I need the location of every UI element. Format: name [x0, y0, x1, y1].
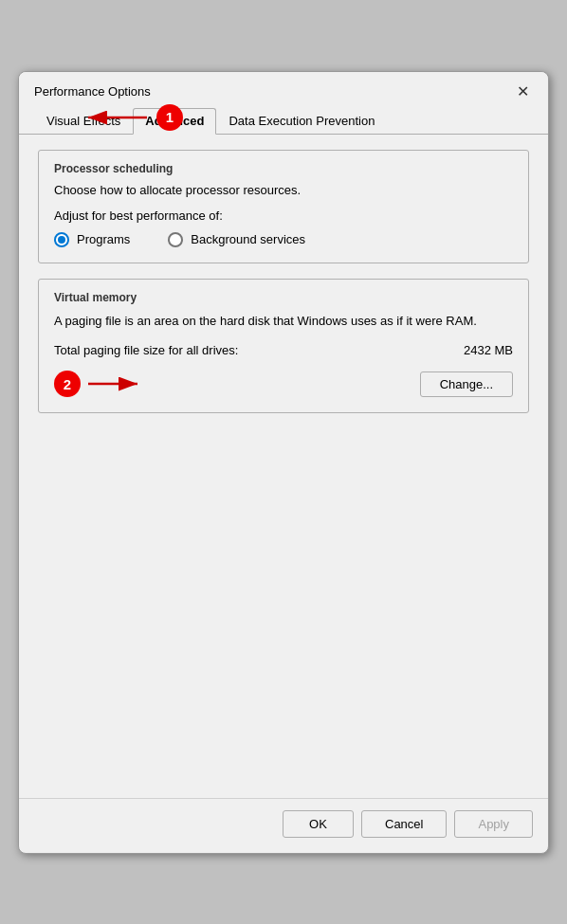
programs-radio-circle	[54, 232, 69, 247]
title-bar: Performance Options ✕	[19, 72, 548, 102]
background-radio-label: Background services	[191, 232, 305, 246]
processor-scheduling-section: Processor scheduling Choose how to alloc…	[38, 150, 529, 263]
tab-bar: Visual Effects Advanced Data Execution P…	[19, 102, 548, 135]
tab-content: Processor scheduling Choose how to alloc…	[19, 135, 548, 798]
dialog-title: Performance Options	[34, 84, 151, 99]
adjust-label: Adjust for best performance of:	[54, 208, 513, 223]
tab-advanced[interactable]: Advanced	[133, 108, 216, 135]
radio-group: Programs Background services	[54, 232, 513, 247]
change-button[interactable]: Change...	[420, 371, 513, 397]
programs-radio[interactable]: Programs	[54, 232, 130, 247]
paging-file-row: Total paging file size for all drives: 2…	[54, 343, 513, 357]
close-button[interactable]: ✕	[512, 82, 533, 102]
virtual-memory-legend: Virtual memory	[54, 291, 513, 304]
virtual-memory-section: Virtual memory A paging file is an area …	[38, 279, 529, 414]
ok-button[interactable]: OK	[283, 810, 354, 838]
change-button-row: 2 Change...	[54, 371, 513, 397]
dialog-footer: OK Cancel Apply	[19, 798, 548, 853]
processor-scheduling-desc: Choose how to allocate processor resourc…	[54, 183, 513, 197]
paging-value: 2432 MB	[464, 343, 513, 357]
apply-button[interactable]: Apply	[454, 810, 533, 838]
cancel-button[interactable]: Cancel	[361, 810, 447, 838]
paging-label: Total paging file size for all drives:	[54, 343, 238, 357]
processor-scheduling-legend: Processor scheduling	[54, 162, 513, 175]
virtual-memory-desc: A paging file is an area on the hard dis…	[54, 312, 513, 331]
tab-dep[interactable]: Data Execution Prevention	[216, 108, 387, 135]
background-radio-circle	[168, 232, 183, 247]
performance-options-dialog: Performance Options ✕ Visual Effects Adv…	[18, 71, 549, 854]
annotation-arrow-2	[88, 374, 145, 393]
tab-visual-effects[interactable]: Visual Effects	[34, 108, 133, 135]
background-services-radio[interactable]: Background services	[168, 232, 305, 247]
tabs-container: Visual Effects Advanced Data Execution P…	[19, 102, 548, 135]
programs-radio-label: Programs	[77, 232, 130, 246]
annotation-badge-2: 2	[54, 371, 81, 397]
